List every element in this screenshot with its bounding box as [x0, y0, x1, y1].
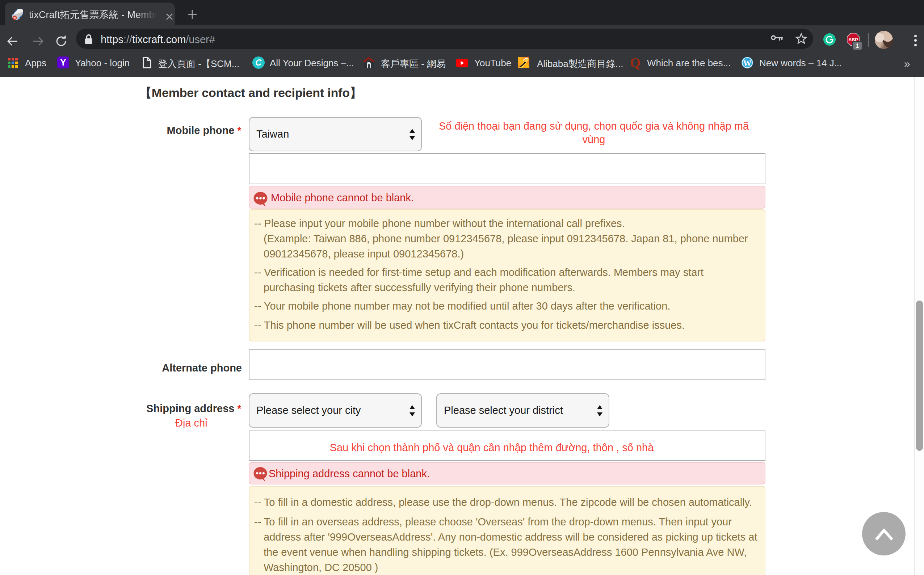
svg-text:W: W	[743, 59, 752, 68]
